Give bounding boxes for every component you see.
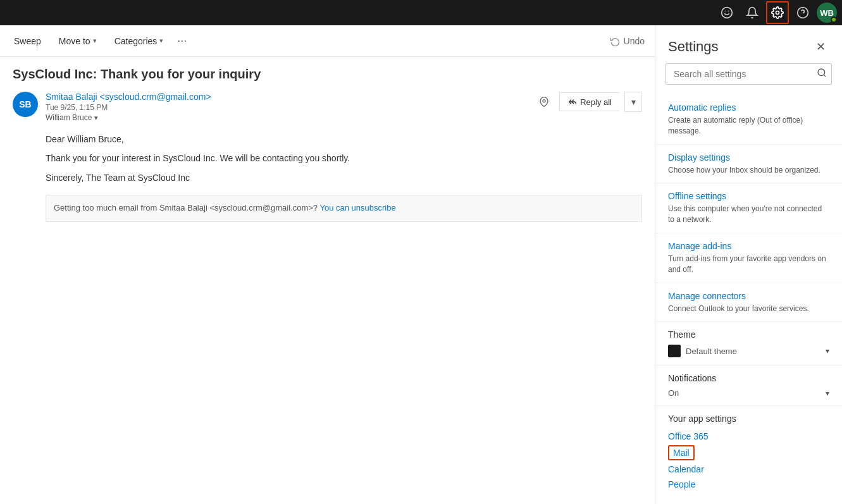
sender-name[interactable]: Smitaa Balaji <syscloud.crm@gmail.com>	[46, 92, 534, 102]
reply-all-label: Reply all	[580, 97, 612, 107]
email-area: Sweep Move to ▾ Categories ▾ ··· Undo Sy…	[0, 25, 655, 504]
move-to-button[interactable]: Move to ▾	[55, 34, 101, 49]
sweep-button[interactable]: Sweep	[10, 34, 45, 49]
settings-search	[666, 63, 832, 85]
email-toolbar: Sweep Move to ▾ Categories ▾ ··· Undo	[0, 25, 655, 57]
email-to[interactable]: William Bruce ▾	[46, 113, 534, 122]
your-app-settings-title: Your app settings	[668, 414, 829, 424]
unsubscribe-bar: Getting too much email from Smitaa Balaj…	[46, 195, 642, 222]
categories-label: Categories	[115, 36, 158, 46]
calendar-link[interactable]: Calendar	[668, 462, 829, 477]
sender-avatar: SB	[13, 92, 38, 117]
people-link[interactable]: People	[668, 477, 829, 492]
bell-icon[interactable]	[741, 1, 764, 24]
settings-item-automatic-replies[interactable]: Automatic replies Create an automatic re…	[655, 95, 842, 145]
settings-theme-title: Theme	[668, 329, 829, 340]
unsubscribe-link[interactable]: You can unsubscribe	[319, 203, 395, 212]
svg-point-2	[543, 100, 545, 102]
avatar[interactable]: WB	[817, 3, 837, 23]
email-body: Dear William Bruce, Thank you for your i…	[13, 132, 642, 222]
settings-header: Settings ✕	[655, 25, 842, 63]
settings-search-input[interactable]	[666, 63, 832, 85]
settings-notifications-title: Notifications	[668, 373, 829, 383]
categories-chevron-icon: ▾	[159, 37, 163, 45]
settings-item-title: Manage connectors	[668, 291, 829, 301]
svg-line-4	[824, 75, 826, 77]
reply-all-button[interactable]: Reply all	[559, 92, 619, 111]
settings-item-title: Automatic replies	[668, 102, 829, 113]
move-to-chevron-icon: ▾	[93, 37, 97, 45]
settings-title: Settings	[668, 39, 719, 55]
email-to-chevron-icon: ▾	[94, 114, 98, 122]
settings-item-desc: Choose how your Inbox should be organize…	[668, 165, 829, 176]
email-header: SB Smitaa Balaji <syscloud.crm@gmail.com…	[13, 92, 642, 122]
office365-link[interactable]: Office 365	[668, 429, 829, 444]
email-greeting: Dear William Bruce,	[46, 132, 642, 146]
main-content: Sweep Move to ▾ Categories ▾ ··· Undo Sy…	[0, 25, 842, 504]
settings-item-desc: Create an automatic reply (Out of office…	[668, 115, 829, 137]
theme-left: Default theme	[668, 345, 737, 357]
notifications-chevron-icon: ▾	[826, 389, 829, 398]
email-to-label: William Bruce	[46, 113, 92, 122]
unsubscribe-text: Getting too much email from Smitaa Balaj…	[54, 203, 318, 212]
settings-item-title: Manage add-ins	[668, 241, 829, 251]
svg-point-3	[818, 69, 825, 76]
svg-point-0	[776, 11, 779, 15]
skype-icon[interactable]	[715, 1, 738, 24]
email-paragraph1: Thank you for your interest in SysCloud …	[46, 151, 642, 165]
sweep-label: Sweep	[14, 36, 41, 46]
email-meta: Smitaa Balaji <syscloud.crm@gmail.com> T…	[46, 92, 534, 122]
settings-item-desc: Turn add-ins from your favorite app vend…	[668, 254, 829, 275]
move-to-label: Move to	[59, 36, 90, 46]
settings-close-button[interactable]: ✕	[812, 38, 829, 56]
settings-item-title: Display settings	[668, 152, 829, 163]
help-icon[interactable]	[791, 1, 814, 24]
settings-item-addins[interactable]: Manage add-ins Turn add-ins from your fa…	[655, 233, 842, 283]
settings-item-connectors[interactable]: Manage connectors Connect Outlook to you…	[655, 283, 842, 323]
your-app-settings: Your app settings Office 365 Mail Calend…	[655, 406, 842, 495]
search-icon[interactable]	[817, 68, 827, 80]
notifications-value: On	[668, 388, 679, 398]
settings-notifications-section: Notifications On ▾	[655, 366, 842, 406]
theme-name: Default theme	[686, 347, 737, 356]
settings-item-desc: Use this computer when you're not connec…	[668, 204, 829, 225]
theme-swatch	[668, 345, 681, 357]
email-date: Tue 9/25, 1:15 PM	[46, 103, 534, 112]
top-bar-icons: WB	[715, 1, 837, 24]
settings-panel: Settings ✕ Automatic replies Create an a…	[655, 25, 842, 504]
email-actions: Reply all ▾	[534, 92, 642, 112]
pin-icon[interactable]	[534, 92, 554, 112]
email-subject: SysCloud Inc: Thank you for your inquiry	[13, 67, 642, 82]
theme-dropdown[interactable]: Default theme ▾	[668, 345, 829, 357]
settings-item-offline[interactable]: Offline settings Use this computer when …	[655, 183, 842, 233]
settings-item-desc: Connect Outlook to your favorite service…	[668, 304, 829, 314]
online-indicator	[831, 16, 837, 23]
reply-dropdown-button[interactable]: ▾	[624, 92, 642, 112]
mail-link[interactable]: Mail	[668, 445, 695, 460]
sender-initials: SB	[19, 99, 31, 109]
undo-label: Undo	[624, 36, 645, 46]
avatar-initials: WB	[820, 8, 834, 18]
settings-item-display[interactable]: Display settings Choose how your Inbox s…	[655, 145, 842, 184]
gear-icon[interactable]	[766, 1, 789, 24]
undo-button[interactable]: Undo	[610, 36, 645, 46]
top-bar: WB	[0, 0, 842, 25]
email-closing: Sincerely, The Team at SysCloud Inc	[46, 171, 642, 185]
notifications-dropdown[interactable]: On ▾	[668, 388, 829, 398]
settings-theme-section: Theme Default theme ▾	[655, 322, 842, 366]
theme-chevron-icon: ▾	[826, 347, 829, 355]
more-options-button[interactable]: ···	[177, 34, 187, 47]
email-viewer: SysCloud Inc: Thank you for your inquiry…	[0, 57, 655, 504]
categories-button[interactable]: Categories ▾	[111, 34, 168, 49]
settings-item-title: Offline settings	[668, 191, 829, 201]
